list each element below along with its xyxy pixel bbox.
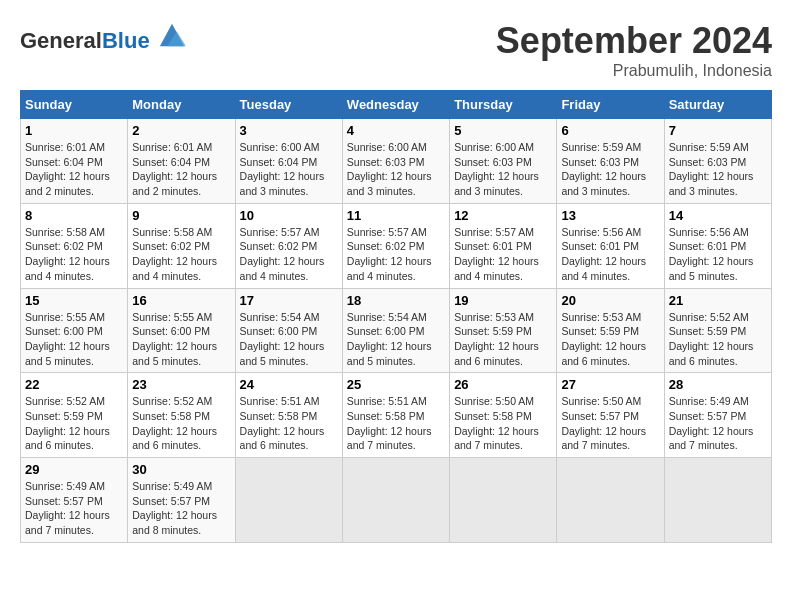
calendar-cell: 26Sunrise: 5:50 AM Sunset: 5:58 PM Dayli…: [450, 373, 557, 458]
day-number: 8: [25, 208, 123, 223]
calendar-week-4: 22Sunrise: 5:52 AM Sunset: 5:59 PM Dayli…: [21, 373, 772, 458]
calendar-cell: 16Sunrise: 5:55 AM Sunset: 6:00 PM Dayli…: [128, 288, 235, 373]
col-thursday: Thursday: [450, 91, 557, 119]
day-number: 19: [454, 293, 552, 308]
calendar-week-3: 15Sunrise: 5:55 AM Sunset: 6:00 PM Dayli…: [21, 288, 772, 373]
day-detail: Sunrise: 5:54 AM Sunset: 6:00 PM Dayligh…: [347, 310, 445, 369]
day-detail: Sunrise: 5:56 AM Sunset: 6:01 PM Dayligh…: [669, 225, 767, 284]
calendar-table: Sunday Monday Tuesday Wednesday Thursday…: [20, 90, 772, 543]
day-number: 20: [561, 293, 659, 308]
calendar-header-row: Sunday Monday Tuesday Wednesday Thursday…: [21, 91, 772, 119]
day-detail: Sunrise: 5:51 AM Sunset: 5:58 PM Dayligh…: [347, 394, 445, 453]
month-year-title: September 2024: [496, 20, 772, 62]
day-number: 30: [132, 462, 230, 477]
calendar-cell: 12Sunrise: 5:57 AM Sunset: 6:01 PM Dayli…: [450, 203, 557, 288]
day-detail: Sunrise: 5:52 AM Sunset: 5:59 PM Dayligh…: [669, 310, 767, 369]
day-number: 23: [132, 377, 230, 392]
day-number: 18: [347, 293, 445, 308]
day-detail: Sunrise: 5:49 AM Sunset: 5:57 PM Dayligh…: [669, 394, 767, 453]
day-detail: Sunrise: 5:59 AM Sunset: 6:03 PM Dayligh…: [669, 140, 767, 199]
calendar-cell: 8Sunrise: 5:58 AM Sunset: 6:02 PM Daylig…: [21, 203, 128, 288]
calendar-cell: [664, 458, 771, 543]
calendar-cell: 3Sunrise: 6:00 AM Sunset: 6:04 PM Daylig…: [235, 119, 342, 204]
day-detail: Sunrise: 5:49 AM Sunset: 5:57 PM Dayligh…: [132, 479, 230, 538]
calendar-cell: 1Sunrise: 6:01 AM Sunset: 6:04 PM Daylig…: [21, 119, 128, 204]
day-number: 9: [132, 208, 230, 223]
calendar-cell: 10Sunrise: 5:57 AM Sunset: 6:02 PM Dayli…: [235, 203, 342, 288]
day-detail: Sunrise: 5:57 AM Sunset: 6:02 PM Dayligh…: [240, 225, 338, 284]
calendar-week-1: 1Sunrise: 6:01 AM Sunset: 6:04 PM Daylig…: [21, 119, 772, 204]
calendar-cell: 13Sunrise: 5:56 AM Sunset: 6:01 PM Dayli…: [557, 203, 664, 288]
day-number: 26: [454, 377, 552, 392]
logo: GeneralBlue: [20, 20, 186, 53]
day-number: 12: [454, 208, 552, 223]
day-number: 17: [240, 293, 338, 308]
calendar-cell: 20Sunrise: 5:53 AM Sunset: 5:59 PM Dayli…: [557, 288, 664, 373]
col-monday: Monday: [128, 91, 235, 119]
calendar-cell: 21Sunrise: 5:52 AM Sunset: 5:59 PM Dayli…: [664, 288, 771, 373]
col-wednesday: Wednesday: [342, 91, 449, 119]
calendar-cell: 27Sunrise: 5:50 AM Sunset: 5:57 PM Dayli…: [557, 373, 664, 458]
day-number: 3: [240, 123, 338, 138]
calendar-cell: 6Sunrise: 5:59 AM Sunset: 6:03 PM Daylig…: [557, 119, 664, 204]
day-number: 14: [669, 208, 767, 223]
calendar-cell: 15Sunrise: 5:55 AM Sunset: 6:00 PM Dayli…: [21, 288, 128, 373]
calendar-cell: 28Sunrise: 5:49 AM Sunset: 5:57 PM Dayli…: [664, 373, 771, 458]
day-detail: Sunrise: 5:54 AM Sunset: 6:00 PM Dayligh…: [240, 310, 338, 369]
calendar-cell: 23Sunrise: 5:52 AM Sunset: 5:58 PM Dayli…: [128, 373, 235, 458]
calendar-cell: 11Sunrise: 5:57 AM Sunset: 6:02 PM Dayli…: [342, 203, 449, 288]
calendar-cell: 9Sunrise: 5:58 AM Sunset: 6:02 PM Daylig…: [128, 203, 235, 288]
calendar-cell: 18Sunrise: 5:54 AM Sunset: 6:00 PM Dayli…: [342, 288, 449, 373]
day-detail: Sunrise: 6:01 AM Sunset: 6:04 PM Dayligh…: [132, 140, 230, 199]
day-number: 10: [240, 208, 338, 223]
calendar-cell: 14Sunrise: 5:56 AM Sunset: 6:01 PM Dayli…: [664, 203, 771, 288]
day-detail: Sunrise: 6:01 AM Sunset: 6:04 PM Dayligh…: [25, 140, 123, 199]
day-detail: Sunrise: 6:00 AM Sunset: 6:04 PM Dayligh…: [240, 140, 338, 199]
day-number: 16: [132, 293, 230, 308]
day-number: 24: [240, 377, 338, 392]
calendar-cell: 17Sunrise: 5:54 AM Sunset: 6:00 PM Dayli…: [235, 288, 342, 373]
day-detail: Sunrise: 5:57 AM Sunset: 6:01 PM Dayligh…: [454, 225, 552, 284]
calendar-cell: 29Sunrise: 5:49 AM Sunset: 5:57 PM Dayli…: [21, 458, 128, 543]
day-number: 22: [25, 377, 123, 392]
calendar-cell: 19Sunrise: 5:53 AM Sunset: 5:59 PM Dayli…: [450, 288, 557, 373]
logo-blue-text: Blue: [102, 28, 150, 53]
day-detail: Sunrise: 5:53 AM Sunset: 5:59 PM Dayligh…: [561, 310, 659, 369]
day-detail: Sunrise: 5:52 AM Sunset: 5:58 PM Dayligh…: [132, 394, 230, 453]
day-detail: Sunrise: 6:00 AM Sunset: 6:03 PM Dayligh…: [347, 140, 445, 199]
col-tuesday: Tuesday: [235, 91, 342, 119]
calendar-cell: [342, 458, 449, 543]
day-detail: Sunrise: 5:52 AM Sunset: 5:59 PM Dayligh…: [25, 394, 123, 453]
calendar-cell: 4Sunrise: 6:00 AM Sunset: 6:03 PM Daylig…: [342, 119, 449, 204]
day-detail: Sunrise: 5:57 AM Sunset: 6:02 PM Dayligh…: [347, 225, 445, 284]
calendar-cell: [235, 458, 342, 543]
day-number: 29: [25, 462, 123, 477]
day-number: 27: [561, 377, 659, 392]
day-detail: Sunrise: 5:55 AM Sunset: 6:00 PM Dayligh…: [132, 310, 230, 369]
calendar-week-5: 29Sunrise: 5:49 AM Sunset: 5:57 PM Dayli…: [21, 458, 772, 543]
calendar-cell: [450, 458, 557, 543]
day-number: 1: [25, 123, 123, 138]
day-number: 15: [25, 293, 123, 308]
day-detail: Sunrise: 5:50 AM Sunset: 5:58 PM Dayligh…: [454, 394, 552, 453]
logo-general-text: General: [20, 28, 102, 53]
location-subtitle: Prabumulih, Indonesia: [496, 62, 772, 80]
day-number: 5: [454, 123, 552, 138]
day-detail: Sunrise: 5:55 AM Sunset: 6:00 PM Dayligh…: [25, 310, 123, 369]
col-saturday: Saturday: [664, 91, 771, 119]
day-number: 7: [669, 123, 767, 138]
calendar-cell: 25Sunrise: 5:51 AM Sunset: 5:58 PM Dayli…: [342, 373, 449, 458]
title-block: September 2024 Prabumulih, Indonesia: [496, 20, 772, 80]
calendar-cell: 7Sunrise: 5:59 AM Sunset: 6:03 PM Daylig…: [664, 119, 771, 204]
col-friday: Friday: [557, 91, 664, 119]
day-number: 4: [347, 123, 445, 138]
day-number: 25: [347, 377, 445, 392]
day-detail: Sunrise: 5:51 AM Sunset: 5:58 PM Dayligh…: [240, 394, 338, 453]
calendar-week-2: 8Sunrise: 5:58 AM Sunset: 6:02 PM Daylig…: [21, 203, 772, 288]
calendar-cell: 30Sunrise: 5:49 AM Sunset: 5:57 PM Dayli…: [128, 458, 235, 543]
calendar-cell: 24Sunrise: 5:51 AM Sunset: 5:58 PM Dayli…: [235, 373, 342, 458]
day-number: 11: [347, 208, 445, 223]
logo-icon: [158, 20, 186, 48]
day-number: 13: [561, 208, 659, 223]
day-detail: Sunrise: 5:56 AM Sunset: 6:01 PM Dayligh…: [561, 225, 659, 284]
